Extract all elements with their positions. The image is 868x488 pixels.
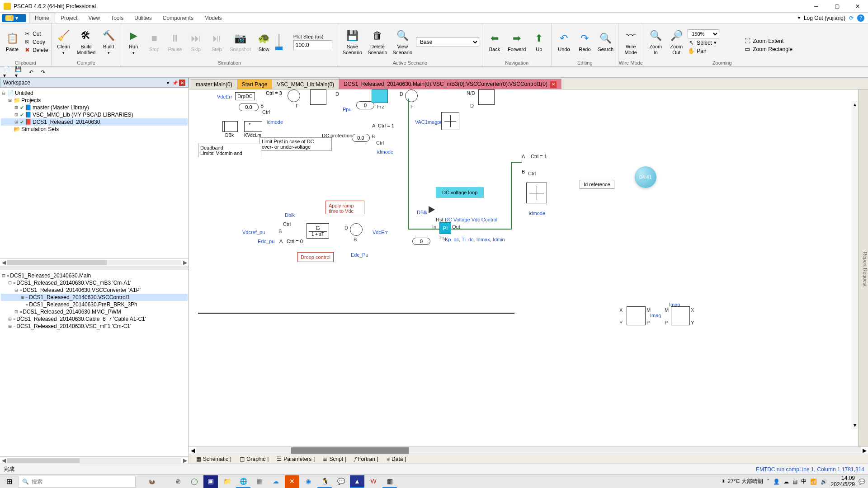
slow-button[interactable]: 🐢Slow [255,30,274,53]
tree-item[interactable]: VSC_MMC_Lib (MY PSCAD LIBRARIES) [33,112,133,118]
block-small[interactable] [478,89,495,105]
doc-tab-active[interactable]: DCS1_Released_20140630:Main(0):VSC_mB3(0… [339,79,561,89]
step-button[interactable]: ⏯Step [207,30,226,53]
build-modified-button[interactable]: 🛠Build Modified [75,28,98,56]
cut-button[interactable]: ✂Cut [24,30,48,38]
app-icon[interactable]: ▣ [203,475,218,488]
const-zero[interactable]: 0.0 [239,103,259,111]
dropdown-icon[interactable]: ▾ [165,80,171,86]
qat-redo[interactable]: ↷ [38,68,48,77]
menu-tab-utilities[interactable]: Utilities [129,13,157,23]
app-icon[interactable]: ▲ [350,475,364,488]
summing-junction[interactable] [350,223,363,236]
block-curve[interactable] [441,112,459,130]
summing-junction[interactable] [288,89,300,102]
app-icon[interactable]: ✕ [285,475,299,488]
zoom-in-button[interactable]: 🔍Zoom In [646,28,665,56]
btab-data[interactable]: ≡ Data | [383,455,410,463]
project-tree[interactable]: ⊟📄Untitled ⊟📁Projects ⊞✔📘master (Master … [0,88,189,258]
run-button[interactable]: ▶Run▾ [124,28,143,56]
build-button[interactable]: 🔨Build▾ [99,28,118,56]
tree-item[interactable]: DCS1_Released_20140630.VSC_mB3 'Cm-A1' [16,280,131,286]
tree-item[interactable]: master (Master Library) [33,104,89,111]
start-button[interactable]: ⊞ [0,475,18,488]
block-cyan[interactable] [372,89,388,103]
zoom-extent-button[interactable]: ⛶Zoom Extent [744,38,798,45]
summing-junction[interactable] [405,89,418,102]
pin-icon[interactable]: 📌 [172,80,178,86]
tray-icon[interactable]: 👤 [773,479,780,485]
tree-item[interactable]: DCS1_Released_20140630.VSCConverter 'A1P… [23,287,141,293]
signal-vdcerr[interactable]: VdcErr [217,94,232,99]
block-drpdc[interactable]: DrpDC [235,92,255,100]
delete-button[interactable]: ✖Delete [24,47,48,54]
help-icon[interactable]: ? [857,14,864,22]
logout-link[interactable]: Log Out (yujiang) [804,15,845,21]
tree-item[interactable]: DCS1_Released_20140630.PreR_BRK_3Ph [29,301,137,308]
menu-tab-project[interactable]: Project [55,13,83,23]
tray-ime-icon[interactable]: 中 [801,478,807,485]
navigator-tree[interactable]: ⊟▫DCS1_Released_20140630.Main ⊟▫DCS1_Rel… [0,270,189,456]
app-icon[interactable]: ▦ [252,475,267,488]
nav-hscroll[interactable]: ◀▶ [0,456,189,464]
qq-icon[interactable]: 🐧 [317,475,332,488]
undo-button[interactable]: ↶Undo [554,30,573,53]
notifications-icon[interactable]: 💬 [859,479,865,485]
tray-icon[interactable]: ▤ [793,479,797,485]
plotstep-input[interactable] [293,40,332,50]
wechat-icon[interactable]: 💬 [334,475,348,488]
menu-tab-tools[interactable]: Tools [105,13,129,23]
qat-undo[interactable]: ↶ [26,68,36,77]
pan-tool-button[interactable]: ✋Pan [688,47,742,55]
btab-script[interactable]: ≣ Script | [319,455,350,463]
block-xy[interactable] [671,306,690,325]
select-tool-button[interactable]: ↖Select▾ [688,39,742,47]
const-zero3[interactable]: 0 [412,238,430,245]
btab-schematic[interactable]: ▦ Schematic | [193,455,235,463]
scenario-select[interactable]: Base [416,37,479,47]
sync-icon[interactable]: ⟳ [849,15,854,21]
save-scenario-button[interactable]: 💾Save Scenario [341,28,364,56]
doc-tab[interactable]: VSC_MMC_Lib:Main(0) [272,79,339,89]
weather-widget[interactable]: ☀ 27°C 大部晴朗 [721,478,763,485]
note-limitpref[interactable]: Limit Pref in case of DC over- or under-… [259,137,332,151]
minimize-button[interactable]: ─ [806,0,826,13]
skip-button[interactable]: ⏭Skip [186,30,205,53]
cortana-animal-icon[interactable]: 🦦 [136,479,167,485]
tray-wifi-icon[interactable]: 📶 [810,479,817,485]
canvas-hscroll[interactable]: ◀ ▶ [189,446,868,454]
back-button[interactable]: ⬅Back [485,30,504,53]
zoom-rect-button[interactable]: ▭Zoom Rectangle [744,46,798,53]
wps-icon[interactable]: W [366,475,381,488]
wire-mode-button[interactable]: 〰Wire Mode [621,28,640,56]
forward-button[interactable]: ➡Forward [506,30,528,53]
btab-fortran[interactable]: 𝑓 Fortran | [351,455,382,463]
pscad-taskbar-icon[interactable]: ▥ [382,475,397,488]
block-xy[interactable] [627,306,646,325]
btab-parameters[interactable]: ☰ Parameters | [273,455,318,463]
taskbar-clock[interactable]: 14:09 2024/5/29 [831,475,855,487]
tray-chevron-icon[interactable]: ˄ [767,479,769,485]
taskbar-search[interactable]: 🔍 [18,476,136,488]
paste-button[interactable]: 📋Paste [3,30,22,53]
block-small[interactable] [310,89,326,105]
up-button[interactable]: ⬆Up [529,30,548,53]
note-idref[interactable]: Id reference [580,180,614,189]
pause-button[interactable]: ⏸Pause [165,30,184,53]
tray-icon[interactable]: ☁ [783,479,789,485]
maximize-button[interactable]: ▢ [826,0,847,13]
snapshot-button[interactable]: 📷Snapshot [228,30,252,53]
clean-button[interactable]: 🧹Clean▾ [54,28,73,56]
doc-tab-start[interactable]: Start Page [237,79,273,89]
timer-badge[interactable]: 04:41 [635,166,656,188]
block-kvdclm[interactable] [244,121,262,132]
tray-volume-icon[interactable]: 🔊 [821,479,827,485]
zoom-percent-select[interactable]: 150% [688,29,719,38]
tree-item[interactable]: DCS1_Released_20140630 [33,119,100,125]
canvas-vscroll[interactable]: ▴▾ [851,101,858,429]
menu-tab-components[interactable]: Components [157,13,199,23]
block-pi[interactable]: PI [439,222,451,234]
file-menu-button[interactable]: ▾ [2,14,26,22]
view-scenario-button[interactable]: 🔍View Scenario [391,28,414,56]
edge-icon[interactable]: 🌐 [236,475,250,488]
